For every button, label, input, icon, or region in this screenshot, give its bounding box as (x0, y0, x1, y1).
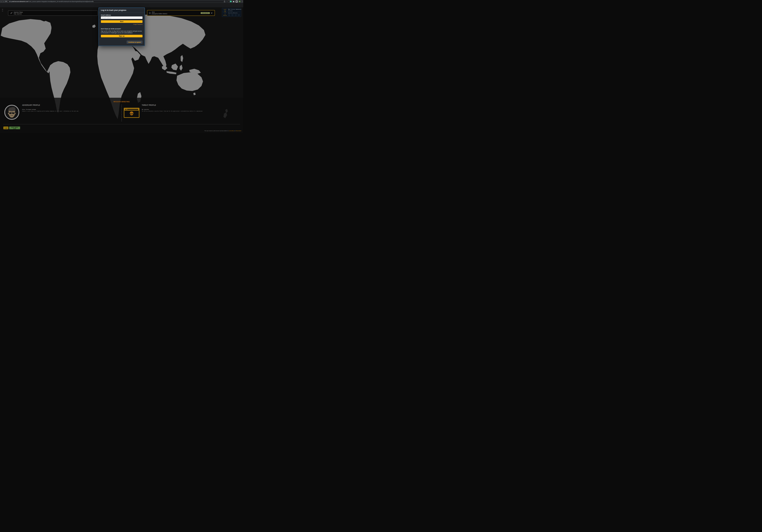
level-column: Level 0 0 Points (223, 9, 227, 16)
continue-as-guest-button[interactable]: Continue as guest (127, 40, 142, 43)
adversary-description: Subject is well-known for targeting worl… (22, 111, 79, 112)
back-button[interactable]: ← (0, 0, 2, 3)
natural-earth-link[interactable]: Natural Earth (236, 130, 241, 131)
signup-text: Sign up for a free 14-day trial to track… (101, 30, 142, 34)
bookmark-star-icon[interactable]: ☆ (226, 0, 228, 3)
login-modal-body: Email Address Next Forgot Password Don't… (99, 13, 144, 38)
url-text: portal.securecodewarrior.com/?utm_source… (11, 1, 223, 2)
forgot-password-link[interactable]: Forgot Password (101, 24, 142, 25)
graduation-cap-icon (228, 14, 230, 16)
signup-button[interactable]: Sign up (101, 35, 142, 38)
points-label: Points (223, 15, 227, 16)
top-band (0, 3, 243, 7)
grammarly-extension-icon[interactable]: G (230, 1, 232, 2)
accuracy-label: Accuracy (228, 10, 241, 11)
url-domain: portal.securecodewarrior.com (11, 1, 28, 2)
adversary-profile-heading: ADVERSARY PROFILE (22, 104, 40, 106)
category-subtitle: SQL injection (14, 13, 23, 15)
remembered-badge: REMEMBERED (201, 12, 210, 14)
adversary-alias: Alias: Firstname Lastname (22, 109, 36, 110)
category-title: Injection Flaws (14, 11, 23, 13)
map-zoom-out-button[interactable]: − (2, 10, 3, 12)
trophy-icon (238, 14, 240, 16)
accuracy-progress-bar (228, 12, 240, 12)
secure-code-warrior-portal: ← → ⟳ portal.securecodewarrior.com/?utm_… (0, 0, 243, 133)
level-label: Level (224, 9, 227, 10)
app-viewport: + − Injection Flaws SQL injection (0, 3, 243, 133)
mission-briefing-title: MISSION BRIEFING (100, 101, 143, 103)
language-title: Java (152, 11, 167, 13)
enter-game-mode-button[interactable]: Enter game mode (9, 126, 20, 129)
login-modal: Log in to track your progress Email Addr… (99, 8, 145, 46)
weaknesses-column: Most Critical Weaknesses Accuracy Securi… (228, 9, 241, 16)
level-gauge: 0 (223, 10, 227, 13)
chevron-down-icon[interactable] (211, 13, 212, 14)
language-selector-card[interactable]: Java Enterprise Edition (Basic) REMEMBER… (147, 10, 215, 16)
points-value: 0 (225, 14, 225, 15)
category-card[interactable]: Injection Flaws SQL injection (8, 11, 98, 16)
maturity-label: Security Maturity (228, 12, 241, 13)
extensions-puzzle-icon[interactable] (233, 1, 235, 2)
jvectormap-link[interactable]: jVectorMap (229, 130, 234, 131)
signup-heading: Don't have an SCW account? (101, 28, 142, 30)
share-icon[interactable] (224, 1, 225, 2)
browser-chrome: ← → ⟳ portal.securecodewarrior.com/?utm_… (0, 0, 243, 3)
threat-description: The IDS has detected a security threat. … (142, 111, 203, 112)
map-attribution: This map is based on public domain map d… (204, 130, 241, 131)
threat-name: SQL injection (142, 109, 149, 110)
extensions-area: G C ⋮ (230, 0, 243, 3)
threat-browser-skull-icon (124, 108, 139, 118)
next-button[interactable]: Next (101, 20, 142, 23)
url-bar[interactable]: portal.securecodewarrior.com/?utm_source… (8, 0, 229, 3)
level-value: 0 (224, 11, 226, 13)
gauge-notch (225, 10, 225, 11)
login-modal-title: Log in to track your progress (101, 9, 126, 11)
adversary-face-icon (5, 106, 19, 119)
browser-menu-icon[interactable]: ⋮ (242, 0, 243, 3)
tools-icon (235, 14, 237, 16)
attribution-text: This map is based on public domain map d… (204, 130, 229, 131)
map-zoom-in-button[interactable]: + (2, 9, 3, 10)
lightbulb-icon (231, 14, 233, 16)
reload-button[interactable]: ⟳ (5, 0, 7, 3)
lock-icon (9, 1, 11, 2)
side-panel-icon[interactable] (236, 1, 238, 2)
attribution-and: and (234, 130, 236, 131)
login-modal-header: Log in to track your progress (99, 8, 144, 13)
language-subtitle: Enterprise Edition (Basic) (152, 13, 167, 15)
email-field[interactable] (101, 17, 142, 19)
browser-profile-avatar[interactable]: C (239, 1, 241, 2)
player-stats-panel: Level 0 0 Points Most Critical Weaknesse… (222, 8, 241, 17)
url-path: /?utm_source=partner-integration:mend&pa… (28, 1, 94, 2)
forward-button[interactable]: → (2, 0, 5, 3)
java-logo-icon (149, 12, 151, 14)
weaknesses-title: Most Critical Weaknesses (228, 9, 241, 10)
login-modal-footer: Continue as guest (99, 39, 144, 45)
injection-syringe-icon (10, 12, 13, 14)
email-label: Email Address (101, 14, 142, 16)
briefing-dashed-connector (121, 105, 122, 121)
adversary-avatar (4, 105, 19, 120)
threat-profile-heading: THREAT PROFILE (142, 104, 156, 106)
maturity-icons (228, 14, 241, 16)
login-button[interactable]: Login (3, 126, 8, 129)
